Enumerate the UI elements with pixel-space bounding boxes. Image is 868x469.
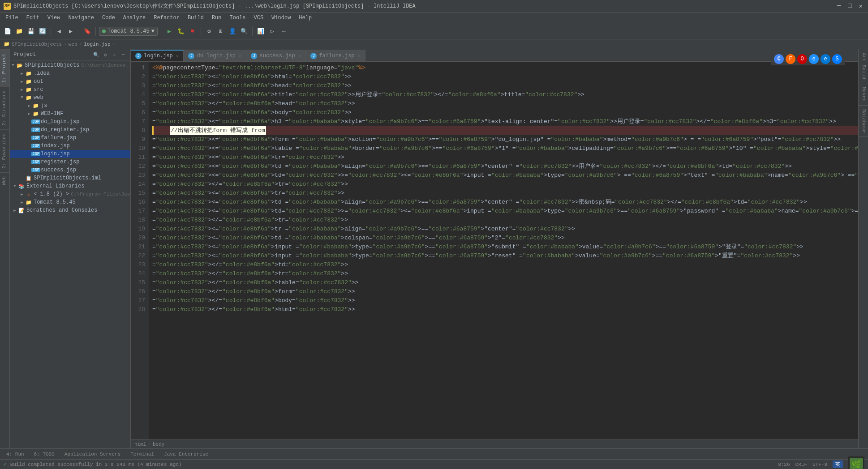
code-line-24[interactable]: ="color:#cc7832"></="color:#e8bf6a">tr="… bbox=[152, 269, 858, 278]
maximize-button[interactable]: □ bbox=[846, 2, 853, 10]
toolbar-bookmark-btn[interactable]: 🔖 bbox=[82, 26, 92, 36]
bottom-tab-3[interactable]: Terminal bbox=[126, 451, 159, 458]
left-vtab-favorites[interactable]: 2: Favorites bbox=[0, 129, 9, 172]
tab-close-3[interactable]: ✕ bbox=[358, 53, 361, 59]
breadcrumb-project[interactable]: SPImplicitObjects bbox=[12, 42, 62, 47]
tree-item-0[interactable]: ▼📂SPImplicitObjectsC:\Users\lenovo... bbox=[10, 61, 130, 69]
chrome-icon[interactable]: C bbox=[774, 54, 784, 64]
tree-item-2[interactable]: ▶📁out bbox=[10, 77, 130, 85]
toolbar-run2-btn[interactable]: ▷ bbox=[267, 26, 277, 36]
code-line-14[interactable]: ="color:#cc7832"></="color:#e8bf6a">tr="… bbox=[152, 180, 858, 189]
tree-item-14[interactable]: 📋SPImplicitObjects.iml bbox=[10, 174, 130, 182]
code-line-22[interactable]: ="color:#cc7832"><="color:#e8bf6a">input… bbox=[152, 252, 858, 260]
right-tab-antbuild[interactable]: Ant Build bbox=[859, 49, 868, 83]
code-line-3[interactable]: ="color:#cc7832"><="color:#e8bf6a">head=… bbox=[152, 81, 858, 90]
close-button[interactable]: ✕ bbox=[857, 2, 864, 10]
menu-item-refactor[interactable]: Refactor bbox=[150, 14, 183, 22]
opera-icon[interactable]: O bbox=[797, 54, 807, 64]
left-vtab-project[interactable]: 1: Project bbox=[0, 49, 9, 86]
code-line-2[interactable]: ="color:#cc7832"><="color:#e8bf6a">html=… bbox=[152, 72, 858, 81]
toolbar-profile-btn[interactable]: 👤 bbox=[228, 26, 237, 36]
cursor-position[interactable]: 8:26 bbox=[778, 462, 790, 467]
tab-close-2[interactable]: ✕ bbox=[298, 53, 301, 59]
tree-item-16[interactable]: ▶☕< 1.8 (2) >C:\Program Files\Jav bbox=[10, 190, 130, 198]
code-line-11[interactable]: ="color:#cc7832"><="color:#e8bf6a">tr="c… bbox=[152, 153, 858, 162]
right-tab-maven[interactable]: Maven bbox=[859, 83, 868, 106]
right-tab-database[interactable]: Database bbox=[859, 106, 868, 137]
tree-item-3[interactable]: ▶📁src bbox=[10, 85, 130, 94]
tree-item-5[interactable]: ▶📁js bbox=[10, 102, 130, 110]
menu-item-build[interactable]: Build bbox=[184, 14, 207, 22]
code-line-12[interactable]: ="color:#cc7832"><="color:#e8bf6a">td ="… bbox=[152, 162, 858, 171]
tree-item-18[interactable]: ▶📝Scratches and Consoles bbox=[10, 206, 130, 214]
code-line-16[interactable]: ="color:#cc7832"><="color:#e8bf6a">td ="… bbox=[152, 198, 858, 207]
code-line-21[interactable]: ="color:#cc7832"><="color:#e8bf6a">input… bbox=[152, 243, 858, 252]
code-line-1[interactable]: <%@ page contentType="text/html;charset=… bbox=[152, 64, 858, 72]
left-vtab-structure[interactable]: 2: Structure bbox=[0, 86, 9, 129]
menu-item-tools[interactable]: Tools bbox=[226, 14, 249, 22]
code-line-25[interactable]: ="color:#cc7832"></="color:#e8bf6a">tabl… bbox=[152, 278, 858, 287]
menu-item-run[interactable]: Run bbox=[208, 14, 225, 22]
tree-item-15[interactable]: ▼📚External Libraries bbox=[10, 182, 130, 190]
breadcrumb-file[interactable]: login.jsp bbox=[84, 42, 110, 47]
sidebar-settings-btn[interactable]: ⋯ bbox=[111, 51, 118, 58]
toolbar-vcs-btn[interactable]: 📊 bbox=[256, 26, 266, 36]
tree-item-8[interactable]: JSPdo_register.jsp bbox=[10, 126, 130, 134]
tab-close-0[interactable]: ✕ bbox=[176, 53, 179, 59]
code-line-7[interactable]: ="color:#cc7832"><="color:#e8bf6a">h3 ="… bbox=[152, 117, 858, 126]
code-line-26[interactable]: ="color:#cc7832"></="color:#e8bf6a">form… bbox=[152, 287, 858, 296]
tab-success-jsp[interactable]: Jsuccess.jsp✕ bbox=[246, 50, 306, 61]
encoding-label[interactable]: UTF-8 bbox=[812, 462, 827, 467]
tab-do_login-jsp[interactable]: Jdo_login.jsp✕ bbox=[184, 50, 246, 61]
tree-item-7[interactable]: JSPdo_login.jsp bbox=[10, 118, 130, 126]
tree-item-4[interactable]: ▼📁web bbox=[10, 94, 130, 102]
left-vtab-web[interactable]: Web bbox=[0, 172, 9, 189]
code-line-19[interactable]: ="color:#cc7832"><="color:#e8bf6a">tr ="… bbox=[152, 225, 858, 234]
breadcrumb-root[interactable]: 📁 bbox=[4, 41, 10, 47]
tree-item-12[interactable]: JSPregister.jsp bbox=[10, 158, 130, 166]
menu-item-code[interactable]: Code bbox=[99, 14, 119, 22]
tab-failure-jsp[interactable]: Jfailure.jsp✕ bbox=[306, 50, 365, 61]
code-line-13[interactable]: ="color:#cc7832"><="color:#e8bf6a">td="c… bbox=[152, 171, 858, 180]
code-line-18[interactable]: ="color:#cc7832"></="color:#e8bf6a">tr="… bbox=[152, 216, 858, 225]
toolbar-forward-btn[interactable]: ▶ bbox=[66, 26, 76, 36]
edge-icon[interactable]: e bbox=[821, 54, 830, 64]
bottom-tab-2[interactable]: Application Servers bbox=[60, 451, 125, 458]
tomcat-dropdown[interactable]: Tomcat 8.5.45 ▼ bbox=[99, 27, 158, 36]
footer-body[interactable]: body bbox=[153, 442, 164, 447]
toolbar-save-btn[interactable]: 💾 bbox=[26, 26, 36, 36]
run-button[interactable]: ▶ bbox=[164, 26, 174, 36]
tree-item-11[interactable]: JSPlogin.jsp bbox=[10, 150, 130, 158]
toolbar-new-btn[interactable]: 📄 bbox=[3, 26, 13, 36]
ie-icon[interactable]: e bbox=[809, 54, 819, 64]
code-line-9[interactable]: ="color:#cc7832"><="color:#e8bf6a">form … bbox=[152, 135, 858, 144]
toolbar-sync-btn[interactable]: 🔄 bbox=[38, 26, 47, 36]
tree-item-6[interactable]: ▶📁WEB-INF bbox=[10, 110, 130, 118]
code-line-17[interactable]: ="color:#cc7832"><="color:#e8bf6a">td="c… bbox=[152, 207, 858, 216]
menu-item-file[interactable]: File bbox=[2, 14, 22, 22]
code-line-28[interactable]: ="color:#cc7832"></="color:#e8bf6a">html… bbox=[152, 305, 858, 314]
bottom-tab-0[interactable]: 4: Run bbox=[2, 451, 29, 458]
sidebar-collapse-btn[interactable]: ─ bbox=[120, 51, 127, 58]
code-line-10[interactable]: ="color:#cc7832"><="color:#e8bf6a">table… bbox=[152, 144, 858, 153]
tree-item-13[interactable]: JSPsuccess.jsp bbox=[10, 166, 130, 174]
menu-item-vcs[interactable]: VCS bbox=[250, 14, 267, 22]
toolbar-settings-btn[interactable]: ⚙ bbox=[204, 26, 214, 36]
tree-item-17[interactable]: ▶📁Tomcat 8.5.45 bbox=[10, 198, 130, 206]
code-line-8[interactable]: //出错不跳转把form 错写成 from bbox=[152, 126, 858, 135]
sidebar-gear-btn[interactable]: ⚙ bbox=[102, 51, 109, 58]
tree-item-1[interactable]: ▶📁.idea bbox=[10, 69, 130, 77]
code-line-4[interactable]: ="color:#cc7832"><="color:#e8bf6a">title… bbox=[152, 90, 858, 99]
code-line-23[interactable]: ="color:#cc7832"></="color:#e8bf6a">td="… bbox=[152, 260, 858, 269]
footer-html[interactable]: html bbox=[134, 442, 146, 447]
menu-item-analyze[interactable]: Analyze bbox=[120, 14, 149, 22]
toolbar-open-btn[interactable]: 📁 bbox=[14, 26, 24, 36]
tree-item-10[interactable]: JSPindex.jsp bbox=[10, 142, 130, 150]
bottom-tab-1[interactable]: 6: TODO bbox=[30, 451, 59, 458]
breadcrumb-web[interactable]: web bbox=[69, 42, 77, 47]
code-line-20[interactable]: ="color:#cc7832"><="color:#e8bf6a">td ="… bbox=[152, 234, 858, 243]
toolbar-back-btn[interactable]: ◀ bbox=[54, 26, 64, 36]
code-line-27[interactable]: ="color:#cc7832"></="color:#e8bf6a">body… bbox=[152, 296, 858, 305]
toolbar-more-btn[interactable]: ⋯ bbox=[279, 26, 289, 36]
sidebar-search-btn[interactable]: 🔍 bbox=[93, 51, 100, 58]
